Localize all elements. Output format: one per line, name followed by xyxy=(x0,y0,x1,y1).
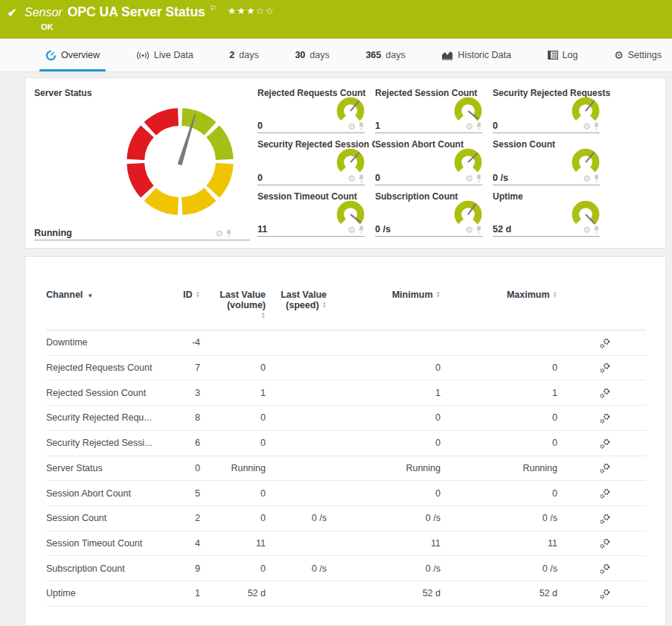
gauge-cell-uptime: Uptime 52 d ⚙ xyxy=(493,189,610,240)
priority-stars[interactable]: ★★★☆☆ xyxy=(228,5,275,16)
table-row[interactable]: Server Status 0 Running Running Running xyxy=(46,456,646,481)
page-title: OPC UA Server Status xyxy=(68,4,205,20)
gear-icon[interactable]: ⚙ xyxy=(348,226,356,234)
table-row[interactable]: Security Rejected Requ... 8 0 0 0 xyxy=(46,406,646,431)
gauge-footer: 0 ⚙ xyxy=(257,173,365,185)
flag-icon[interactable]: ⚐ xyxy=(210,4,217,13)
column-header-last-value-volume[interactable]: Last Value(volume)▲▼ xyxy=(200,290,266,330)
gear-icon[interactable]: ⚙ xyxy=(465,226,473,234)
minimum-value: 1 xyxy=(327,380,441,406)
gear-icon[interactable]: ⚙ xyxy=(348,174,356,183)
pin-icon[interactable] xyxy=(225,229,232,238)
gear-icon[interactable]: ⚙ xyxy=(215,229,223,238)
pin-icon[interactable] xyxy=(476,174,482,183)
maximum-value: 0 xyxy=(441,355,557,380)
tab-settings[interactable]: ⚙ Settings xyxy=(611,39,665,71)
channel-name: Uptime xyxy=(46,581,158,607)
pin-icon[interactable] xyxy=(593,122,600,131)
pin-icon[interactable] xyxy=(476,226,482,234)
tab-log[interactable]: Log xyxy=(545,39,581,71)
pin-icon[interactable] xyxy=(358,174,365,183)
edit-channel-icon[interactable] xyxy=(600,362,610,373)
tab-overview[interactable]: Overview xyxy=(42,39,103,71)
column-header-id[interactable]: ID▲▼ xyxy=(158,290,200,330)
column-header-channel[interactable]: Channel▼ xyxy=(46,290,158,330)
gauge-value: 52 d xyxy=(493,224,511,234)
table-row[interactable]: Session Count 2 0 0 /s 0 /s 0 /s xyxy=(46,505,646,531)
pin-icon[interactable] xyxy=(358,226,365,234)
gauge-cell-rejected-session-count: Rejected Session Count 1 ⚙ xyxy=(375,86,493,137)
minimum-value: Running xyxy=(327,456,441,481)
minimum-value: 0 /s xyxy=(327,556,441,581)
channel-id: 6 xyxy=(158,430,200,456)
last-value-volume: 0 xyxy=(200,430,266,456)
table-row[interactable]: Uptime 1 52 d 52 d 52 d xyxy=(46,581,646,607)
channel-id: 3 xyxy=(158,380,200,406)
last-value-speed xyxy=(266,531,327,556)
last-value-volume: 0 xyxy=(200,505,266,531)
last-value-speed xyxy=(266,406,327,431)
tab-30-days[interactable]: 30 days xyxy=(292,39,332,71)
gear-icon[interactable]: ⚙ xyxy=(583,174,591,183)
gauge-footer: 11 ⚙ xyxy=(257,224,365,237)
gear-icon[interactable]: ⚙ xyxy=(465,122,473,131)
table-row[interactable]: Security Rejected Sessi... 6 0 0 0 xyxy=(46,430,646,456)
gear-icon[interactable]: ⚙ xyxy=(465,174,473,183)
gauge-value: 0 /s xyxy=(375,224,391,234)
maximum-value: Running xyxy=(441,456,557,481)
gauge-footer: 0 /s ⚙ xyxy=(493,173,600,185)
edit-channel-icon[interactable] xyxy=(600,589,610,599)
last-value-volume: 0 xyxy=(200,406,266,431)
column-header-maximum[interactable]: Maximum▲▼ xyxy=(441,290,557,330)
pin-icon[interactable] xyxy=(593,226,600,234)
channel-name: Security Rejected Requ... xyxy=(46,406,158,431)
edit-channel-icon[interactable] xyxy=(600,563,610,574)
channel-name: Server Status xyxy=(46,456,158,481)
gear-icon[interactable]: ⚙ xyxy=(348,122,356,131)
last-value-volume: Running xyxy=(200,456,266,481)
channels-panel: Channel▼ ID▲▼ Last Value(volume)▲▼ Last … xyxy=(25,256,666,626)
gear-icon[interactable]: ⚙ xyxy=(583,122,591,131)
edit-channel-icon[interactable] xyxy=(600,338,610,348)
pin-icon[interactable] xyxy=(358,122,365,131)
last-value-speed xyxy=(266,355,327,380)
table-row[interactable]: Subscription Count 9 0 0 /s 0 /s 0 /s xyxy=(46,556,646,581)
edit-channel-icon[interactable] xyxy=(600,413,610,424)
gauge-value: 0 xyxy=(375,173,380,183)
table-row[interactable]: Session Timeout Count 4 11 11 11 xyxy=(46,531,646,556)
gauge-footer: 0 /s ⚙ xyxy=(375,224,482,237)
gear-icon[interactable]: ⚙ xyxy=(583,226,591,234)
last-value-speed xyxy=(266,430,327,456)
tab-historic-data[interactable]: Historic Data xyxy=(438,39,514,71)
sensor-header: ✔ Sensor OPC UA Server Status ⚐ ★★★☆☆ OK xyxy=(0,0,672,39)
edit-channel-icon[interactable] xyxy=(600,514,610,524)
channel-name: Security Rejected Sessi... xyxy=(46,430,158,456)
edit-channel-icon[interactable] xyxy=(600,438,610,449)
edit-channel-icon[interactable] xyxy=(600,463,610,473)
gauge-value: 0 xyxy=(257,121,263,131)
last-value-volume: 11 xyxy=(200,531,266,556)
last-value-volume: 0 xyxy=(200,556,266,581)
minimum-value: 0 xyxy=(327,355,441,380)
table-row[interactable]: Rejected Session Count 3 1 1 1 xyxy=(46,380,646,406)
tab-2-days[interactable]: 2 days xyxy=(226,39,261,71)
table-row[interactable]: Downtime -4 xyxy=(46,330,646,356)
tab-live-data[interactable]: Live Data xyxy=(133,39,196,71)
column-header-last-value-speed[interactable]: Last Value(speed)▲▼ xyxy=(266,290,327,330)
edit-channel-icon[interactable] xyxy=(600,388,610,398)
tab-365-days[interactable]: 365 days xyxy=(362,39,408,71)
gauge-footer: 0 ⚙ xyxy=(375,173,482,185)
maximum-value: 0 /s xyxy=(441,556,557,581)
last-value-speed xyxy=(266,581,327,607)
column-header-minimum[interactable]: Minimum▲▼ xyxy=(327,290,441,330)
pin-icon[interactable] xyxy=(593,174,600,183)
table-row[interactable]: Rejected Requests Count 7 0 0 0 xyxy=(46,355,646,380)
gauge-value: 0 xyxy=(493,121,498,131)
tab-bar: Overview Live Data 2 days 30 days 365 da… xyxy=(0,39,672,72)
edit-channel-icon[interactable] xyxy=(600,488,610,499)
sort-icon: ▲▼ xyxy=(436,290,441,298)
table-row[interactable]: Session Abort Count 5 0 0 0 xyxy=(46,481,646,506)
edit-channel-icon[interactable] xyxy=(600,538,610,549)
caret-down-icon: ▼ xyxy=(87,293,93,299)
pin-icon[interactable] xyxy=(476,122,482,131)
